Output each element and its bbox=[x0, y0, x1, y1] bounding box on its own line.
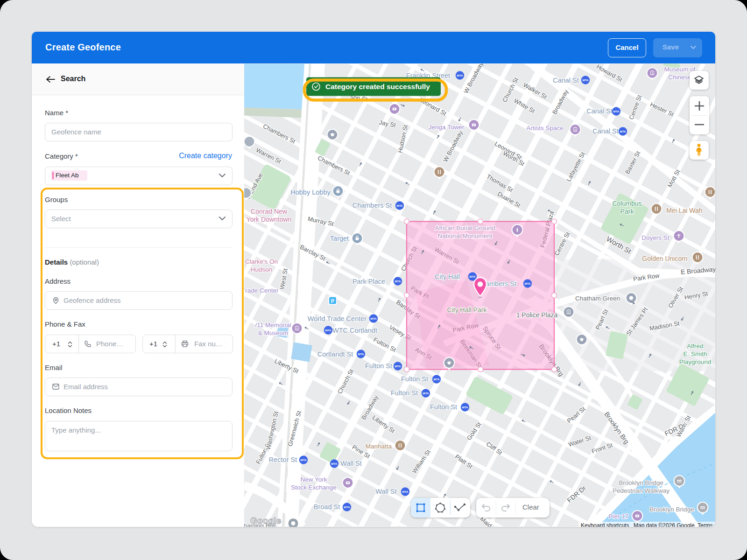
svg-text:MTA: MTA bbox=[358, 352, 364, 356]
svg-text:WTC Cortlandt: WTC Cortlandt bbox=[332, 327, 377, 334]
svg-text:Trade Center: Trade Center bbox=[244, 287, 279, 294]
svg-text:MTA: MTA bbox=[397, 204, 403, 207]
svg-text:Rector St: Rector St bbox=[269, 456, 297, 463]
svg-text:MTA: MTA bbox=[423, 392, 429, 395]
svg-text:Fulton St: Fulton St bbox=[401, 375, 428, 383]
svg-text:Canal St: Canal St bbox=[586, 107, 613, 115]
svg-text:Conrad New: Conrad New bbox=[251, 208, 288, 215]
svg-text:Pedestrian Walkway: Pedestrian Walkway bbox=[613, 487, 669, 494]
svg-text:Chambers St: Chambers St bbox=[352, 202, 392, 209]
svg-text:National Monument: National Monument bbox=[437, 232, 492, 239]
svg-text:Jenga Tower: Jenga Tower bbox=[429, 124, 465, 131]
svg-text:Category created successfully: Category created successfully bbox=[325, 83, 430, 91]
svg-text:Brooklyn Bridge: Brooklyn Bridge bbox=[649, 506, 694, 513]
svg-text:Canal St: Canal St bbox=[553, 77, 579, 84]
svg-text:MTA: MTA bbox=[344, 505, 350, 509]
svg-text:MTA: MTA bbox=[613, 110, 620, 113]
svg-text:World Trade Center: World Trade Center bbox=[308, 315, 366, 322]
svg-text:New York: New York bbox=[300, 476, 327, 483]
svg-text:York Downtown: York Downtown bbox=[247, 216, 292, 223]
svg-text:MTA: MTA bbox=[395, 364, 401, 368]
svg-text:& Museum: & Museum bbox=[258, 329, 289, 336]
svg-text:Brooklyn Bridge: Brooklyn Bridge bbox=[619, 479, 663, 486]
svg-text:City Hall Park: City Hall Park bbox=[447, 306, 487, 314]
svg-text:1 Police Plaza: 1 Police Plaza bbox=[516, 311, 558, 319]
svg-text:Stock Exchange: Stock Exchange bbox=[291, 484, 337, 491]
svg-text:Mei Lai Wah: Mei Lai Wah bbox=[666, 207, 702, 214]
svg-text:MTA: MTA bbox=[470, 275, 476, 278]
svg-text:MTA: MTA bbox=[301, 458, 307, 462]
svg-text:Park Place: Park Place bbox=[352, 278, 385, 285]
svg-text:P: P bbox=[331, 298, 334, 304]
svg-text:MTA: MTA bbox=[525, 282, 531, 285]
svg-text:Wall St: Wall St bbox=[340, 460, 361, 467]
svg-text:Manhatta: Manhatta bbox=[366, 443, 392, 450]
svg-text:Cortlandt St: Cortlandt St bbox=[317, 350, 353, 358]
svg-text:Chinese: Chinese bbox=[668, 74, 691, 81]
svg-text:City Hall: City Hall bbox=[435, 273, 460, 280]
svg-text:MTA: MTA bbox=[457, 74, 463, 77]
svg-text:MTA: MTA bbox=[331, 462, 338, 465]
svg-text:MTA: MTA bbox=[583, 78, 589, 82]
svg-text:Fulton St: Fulton St bbox=[430, 403, 457, 411]
svg-text:E. Smith: E. Smith bbox=[683, 350, 707, 357]
svg-text:Fulton St: Fulton St bbox=[391, 389, 418, 397]
svg-text:MTA: MTA bbox=[434, 378, 440, 381]
svg-text:MTA: MTA bbox=[371, 317, 377, 320]
svg-text:Wall St: Wall St bbox=[375, 488, 396, 495]
svg-text:Columbus: Columbus bbox=[612, 200, 641, 207]
svg-text:African Burial Ground: African Burial Ground bbox=[435, 224, 495, 231]
svg-text:MTA: MTA bbox=[395, 280, 401, 283]
svg-text:Fulton St: Fulton St bbox=[365, 362, 392, 370]
svg-text:MTA: MTA bbox=[325, 329, 331, 332]
svg-text:MTA: MTA bbox=[402, 490, 409, 493]
svg-text:Golden Unicorn: Golden Unicorn bbox=[642, 255, 687, 262]
svg-text:/11 Memorial: /11 Memorial bbox=[255, 322, 291, 329]
svg-text:Canal St: Canal St bbox=[592, 127, 619, 135]
svg-text:MTA: MTA bbox=[620, 130, 626, 133]
svg-text:Hobby Lobby: Hobby Lobby bbox=[290, 189, 331, 196]
svg-text:Playground: Playground bbox=[679, 358, 711, 365]
svg-text:Park: Park bbox=[620, 208, 634, 215]
svg-text:Chatham Green: Chatham Green bbox=[575, 295, 620, 302]
svg-text:Hudson: Hudson bbox=[251, 266, 273, 273]
svg-text:MTA: MTA bbox=[462, 406, 468, 409]
svg-text:Doyers St: Doyers St bbox=[641, 234, 669, 241]
svg-text:Alfred: Alfred bbox=[687, 343, 703, 350]
svg-text:ambers St: ambers St bbox=[486, 280, 516, 287]
svg-text:Broad St: Broad St bbox=[314, 503, 340, 511]
svg-text:Target: Target bbox=[330, 235, 349, 242]
svg-text:Pier 17: Pier 17 bbox=[609, 513, 629, 520]
svg-text:Clarke's On: Clarke's On bbox=[245, 258, 278, 265]
svg-text:Artists Space: Artists Space bbox=[526, 125, 564, 132]
